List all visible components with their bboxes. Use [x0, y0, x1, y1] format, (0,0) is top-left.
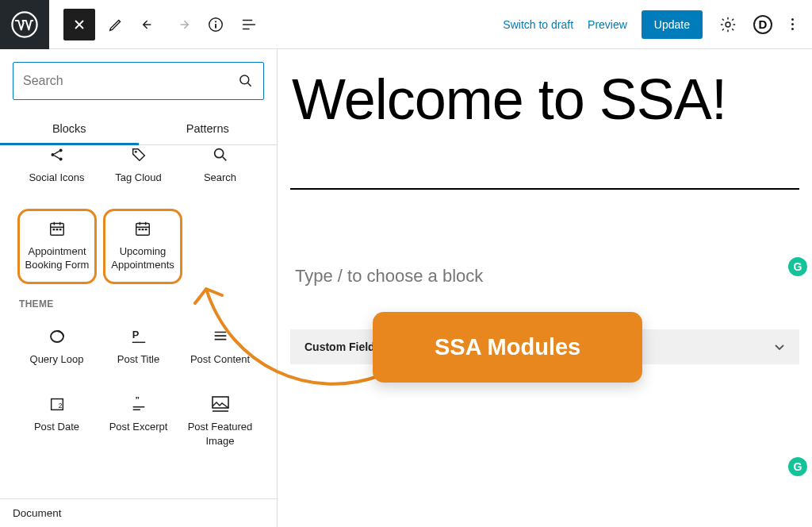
close-icon	[72, 17, 86, 32]
svg-rect-3	[215, 24, 216, 29]
block-inserter-panel: Blocks Patterns Social Icons Tag Cloud S…	[0, 49, 278, 527]
block-label: Search	[204, 171, 236, 185]
outline-button[interactable]	[235, 10, 263, 39]
block-label: Tag Cloud	[115, 171, 162, 185]
svg-text:P: P	[132, 328, 139, 340]
editor-canvas: Welcome to SSA! G Type / to choose a blo…	[278, 49, 812, 527]
block-appointment-booking-form[interactable]: Appointment Booking Form	[17, 209, 97, 284]
svg-rect-12	[53, 229, 56, 230]
settings-button[interactable]	[717, 13, 739, 36]
tag-icon	[129, 145, 148, 164]
block-social-icons[interactable]: Social Icons	[17, 145, 96, 194]
block-query-loop[interactable]: Query Loop	[17, 319, 96, 376]
svg-point-9	[134, 151, 136, 153]
undo-button[interactable]	[135, 10, 163, 39]
svg-rect-17	[142, 229, 144, 230]
block-search-input[interactable]	[13, 62, 264, 100]
image-icon	[211, 394, 230, 414]
preview-button[interactable]: Preview	[588, 18, 627, 31]
block-search[interactable]: Search	[181, 145, 259, 194]
calendar-icon	[48, 219, 67, 238]
svg-rect-16	[139, 229, 141, 230]
block-post-content[interactable]: Post Content	[181, 319, 259, 376]
update-button[interactable]: Update	[642, 10, 703, 39]
block-post-excerpt[interactable]: ” Post Excerpt	[99, 387, 178, 457]
block-label: Post Title	[117, 352, 159, 367]
svg-rect-18	[145, 229, 147, 230]
search-icon	[211, 145, 230, 164]
info-button[interactable]	[201, 10, 230, 39]
svg-point-0	[12, 12, 36, 37]
svg-point-10	[214, 149, 223, 158]
svg-point-2	[215, 21, 216, 22]
title-icon: P	[129, 327, 148, 346]
content-icon	[211, 327, 230, 346]
top-toolbar: Switch to draft Preview Update D	[0, 0, 812, 49]
list-icon	[240, 16, 258, 33]
svg-text:”: ”	[135, 395, 140, 405]
block-label: Post Date	[34, 420, 79, 434]
switch-to-draft-button[interactable]: Switch to draft	[503, 18, 573, 31]
block-post-title[interactable]: P Post Title	[99, 319, 178, 376]
document-outline-tab[interactable]: Document	[0, 498, 277, 527]
block-label: Upcoming Appointments	[107, 244, 178, 272]
block-label: Post Excerpt	[109, 420, 168, 434]
custom-fields-label: Custom Fields	[304, 340, 381, 353]
svg-point-7	[59, 148, 62, 152]
calendar-icon	[133, 219, 152, 238]
pencil-icon	[107, 16, 124, 33]
block-label: Appointment Booking Form	[21, 244, 93, 272]
block-label: Query Loop	[30, 352, 84, 367]
wordpress-logo[interactable]	[0, 0, 49, 49]
loop-icon	[48, 327, 67, 346]
close-inserter-button[interactable]	[63, 9, 95, 40]
page-title[interactable]: Welcome to SSA!	[278, 49, 812, 131]
search-field[interactable]	[23, 74, 238, 88]
undo-icon	[140, 16, 158, 33]
info-icon	[207, 16, 224, 33]
block-upcoming-appointments[interactable]: Upcoming Appointments	[103, 209, 182, 284]
svg-point-4	[726, 22, 730, 27]
svg-text:2: 2	[58, 402, 62, 410]
block-post-date[interactable]: 2 Post Date	[17, 387, 96, 457]
block-label: Post Content	[190, 352, 250, 367]
block-label: Post Featured Image	[182, 420, 258, 448]
wordpress-icon	[11, 11, 38, 38]
block-placeholder[interactable]: Type / to choose a block	[278, 190, 812, 310]
grammarly-badge[interactable]: G	[788, 457, 807, 476]
tab-blocks[interactable]: Blocks	[0, 113, 139, 144]
gear-icon	[719, 16, 737, 33]
svg-point-8	[59, 157, 62, 160]
divi-button[interactable]: D	[753, 15, 772, 34]
edit-tool-button[interactable]	[102, 10, 130, 39]
chevron-down-icon	[774, 341, 785, 352]
excerpt-icon: ”	[129, 394, 148, 414]
redo-button	[168, 10, 197, 39]
block-tag-cloud[interactable]: Tag Cloud	[99, 145, 178, 194]
grammarly-badge[interactable]: G	[788, 257, 807, 276]
svg-rect-14	[59, 229, 62, 230]
more-options-button[interactable]	[787, 13, 798, 36]
svg-point-5	[240, 75, 249, 84]
tab-patterns[interactable]: Patterns	[139, 113, 278, 144]
block-label: Social Icons	[29, 171, 84, 185]
section-theme-label: THEME	[17, 284, 259, 319]
block-post-featured-image[interactable]: Post Featured Image	[181, 387, 259, 457]
svg-point-6	[51, 153, 54, 156]
share-icon	[48, 145, 67, 164]
svg-rect-13	[56, 229, 59, 230]
redo-icon	[174, 16, 191, 33]
annotation-callout: SSA Modules	[373, 312, 642, 383]
date-icon: 2	[48, 394, 67, 414]
search-icon	[238, 73, 254, 89]
